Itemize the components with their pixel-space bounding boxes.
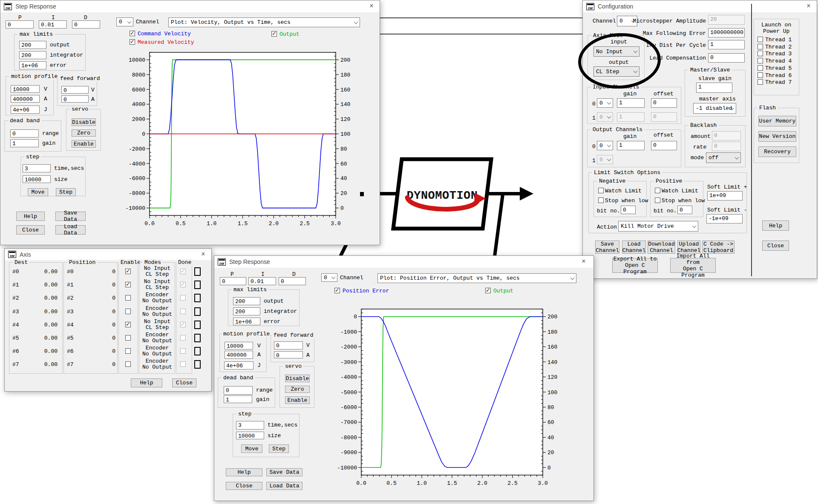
channel-select[interactable]: 0 [116, 17, 133, 26]
load-data-button[interactable]: Load Data [55, 225, 86, 235]
output-checkbox[interactable] [485, 288, 491, 293]
disable-button[interactable]: Disable [285, 375, 310, 382]
output-limit-field[interactable]: 200 [233, 297, 260, 305]
save-channel-button[interactable]: SaveChannel [595, 241, 619, 254]
neg-bit-field[interactable]: 0 [621, 206, 636, 214]
step-button[interactable]: Step [56, 188, 76, 196]
ff-velocity-field[interactable]: 0 [61, 86, 89, 94]
error-limit-field[interactable]: 1e+06 [19, 61, 46, 69]
axis-enable-checkbox[interactable] [125, 269, 131, 274]
move-button[interactable]: Move [28, 188, 48, 196]
thread-5-checkbox[interactable] [758, 65, 763, 71]
ff-accel-field[interactable]: 0 [61, 95, 89, 103]
save-data-button[interactable]: Save Data [55, 212, 86, 221]
ff-velocity-field[interactable]: 0 [274, 341, 303, 349]
pos-bit-field[interactable]: 0 [677, 206, 692, 214]
plot-type-select[interactable]: Plot: Velocity, Output vs Time, secs [168, 17, 360, 27]
pos-stop-when-low-checkbox[interactable] [655, 198, 660, 203]
integrator-limit-field[interactable]: 200 [233, 307, 260, 315]
close-icon[interactable]: × [199, 249, 208, 259]
accel-field[interactable]: 400000 [11, 95, 40, 103]
axis-enable-checkbox[interactable] [125, 295, 131, 301]
close-button[interactable]: Close [226, 482, 262, 490]
slave-gain-field[interactable]: 1 [696, 83, 732, 93]
thread-7-checkbox[interactable] [758, 79, 763, 85]
disable-button[interactable]: Disable [72, 118, 96, 126]
velocity-field[interactable]: 10000 [225, 342, 253, 349]
export-all-button[interactable]: Export All toOpen C Program [612, 258, 658, 273]
neg-watch-limit-checkbox[interactable] [598, 188, 604, 193]
ccode-clipboard-button[interactable]: C Code ->Clipboard [702, 241, 734, 254]
input-ch0-gain-field[interactable]: 1 [617, 98, 645, 108]
recovery-button[interactable]: Recovery [758, 146, 796, 157]
soft-limit-plus-field[interactable]: 1e+09 [707, 191, 743, 200]
help-button[interactable]: Help [226, 468, 262, 476]
position-error-checkbox[interactable] [334, 288, 340, 293]
close-icon[interactable]: × [579, 257, 588, 266]
axis-enable-checkbox[interactable] [125, 348, 131, 354]
import-all-button[interactable]: Import All fromOpen C Program [670, 258, 716, 273]
axis-enable-checkbox[interactable] [125, 335, 131, 341]
enable-button[interactable]: Enable [72, 140, 96, 148]
command-velocity-checkbox[interactable] [130, 31, 135, 36]
axis-enable-checkbox[interactable] [125, 322, 131, 327]
i-field[interactable]: 0.01 [248, 277, 276, 285]
enable-button[interactable]: Enable [285, 396, 310, 404]
axis-enable-checkbox[interactable] [125, 309, 131, 314]
close-icon[interactable]: × [804, 1, 813, 11]
load-data-button[interactable]: Load Data [266, 482, 302, 490]
thread-6-checkbox[interactable] [758, 72, 763, 78]
output-ch0-gain-field[interactable]: 1 [617, 141, 645, 150]
neg-stop-when-low-checkbox[interactable] [598, 198, 604, 203]
soft-limit-minus-field[interactable]: -1e+09 [706, 214, 743, 223]
download-channel-button[interactable]: DownloadChannel [648, 241, 675, 254]
output-ch0-select[interactable]: 0 [597, 141, 613, 150]
user-memory-button[interactable]: User Memory [758, 116, 796, 126]
zero-button[interactable]: Zero [72, 129, 96, 137]
plot-type-select[interactable]: Plot: Position Error, Output vs Time, se… [377, 273, 576, 283]
gain-field[interactable]: 1 [224, 395, 252, 403]
p-field[interactable]: 0 [6, 20, 34, 29]
velocity-field[interactable]: 10000 [11, 85, 40, 93]
save-data-button[interactable]: Save Data [266, 468, 302, 476]
load-channel-button[interactable]: LoadChannel [622, 241, 646, 254]
range-field[interactable]: 0 [10, 129, 39, 137]
action-select[interactable]: Kill Motor Drive [618, 221, 698, 232]
axis-enable-checkbox[interactable] [125, 282, 131, 287]
jerk-field[interactable]: 4e+06 [224, 361, 253, 369]
channel-select[interactable]: 0 [321, 273, 337, 282]
range-field[interactable]: 0 [224, 386, 253, 395]
thread-4-checkbox[interactable] [758, 58, 763, 63]
master-axis-select[interactable]: -1 disabled [693, 103, 736, 114]
max-following-error-field[interactable]: 1000000000 [708, 28, 745, 37]
thread-3-checkbox[interactable] [758, 51, 763, 56]
ff-accel-field[interactable]: 0 [274, 351, 303, 358]
output-ch0-offset-field[interactable]: 0 [651, 141, 677, 150]
close-button[interactable]: Close [16, 225, 45, 235]
help-button[interactable]: Help [762, 220, 789, 231]
new-version-button[interactable]: New Version [758, 131, 796, 142]
error-limit-field[interactable]: 1e+06 [233, 318, 260, 325]
close-icon[interactable]: × [367, 1, 376, 11]
jerk-field[interactable]: 4e+06 [11, 106, 40, 114]
accel-field[interactable]: 400000 [225, 351, 253, 359]
d-field[interactable]: 0 [72, 20, 100, 29]
upload-channel-button[interactable]: UploadChannel [677, 241, 700, 254]
thread-2-checkbox[interactable] [758, 44, 763, 49]
step-size-field[interactable]: 10000 [236, 432, 264, 439]
step-time-field[interactable]: 3 [236, 421, 264, 430]
gain-field[interactable]: 1 [10, 139, 39, 147]
input-ch0-select[interactable]: 0 [597, 98, 613, 108]
help-button[interactable]: Help [16, 212, 45, 221]
inv-dist-field[interactable]: 1 [708, 40, 745, 49]
lead-comp-field[interactable]: 0 [708, 53, 745, 63]
i-field[interactable]: 0.01 [39, 20, 67, 29]
axis-enable-checkbox[interactable] [125, 361, 131, 367]
pos-watch-limit-checkbox[interactable] [655, 188, 660, 193]
step-size-field[interactable]: 10000 [23, 175, 51, 183]
step-time-field[interactable]: 3 [23, 164, 51, 172]
output-limit-field[interactable]: 200 [19, 41, 46, 49]
output-checkbox[interactable] [271, 31, 277, 37]
close-button[interactable]: Close [172, 378, 196, 387]
integrator-limit-field[interactable]: 200 [19, 51, 46, 59]
